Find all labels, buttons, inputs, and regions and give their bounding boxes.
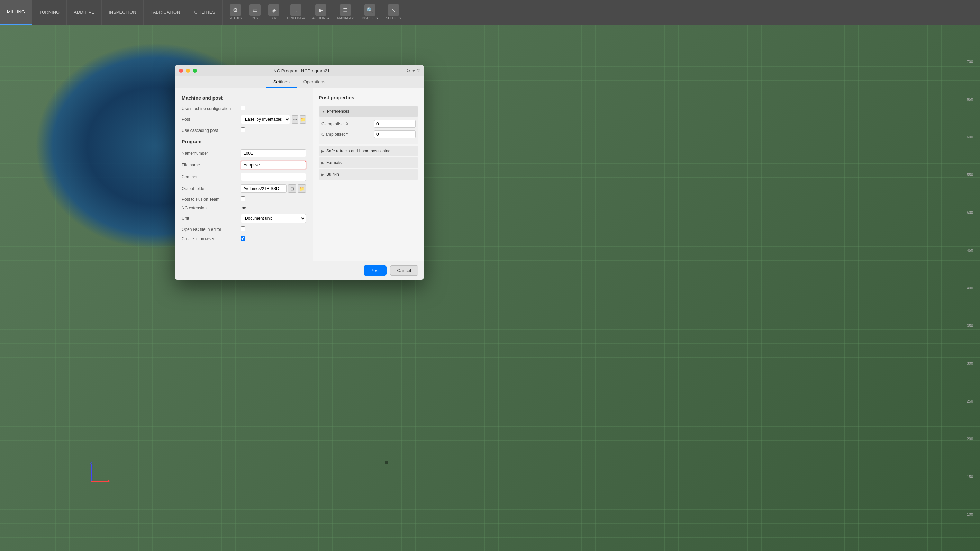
formats-header[interactable]: ▶ Formats — [319, 158, 418, 168]
program-title: Program — [182, 139, 306, 144]
post-to-fusion-row: Post to Fusion Team — [182, 196, 306, 202]
formats-label: Formats — [326, 160, 342, 165]
post-select[interactable]: Easel by Inventables / eas — [240, 115, 290, 124]
name-number-row: Name/number — [182, 149, 306, 158]
formats-chevron-icon: ▶ — [321, 161, 324, 165]
2d-label: 2D▾ — [252, 16, 258, 20]
help-icon[interactable]: ? — [417, 68, 420, 73]
chevron-down-icon[interactable]: ▾ — [412, 68, 415, 73]
output-folder-browse-icon[interactable]: ⊞ — [288, 185, 296, 193]
output-folder-open-icon[interactable]: 📁 — [298, 185, 306, 193]
3d-icon: ◈ — [268, 5, 279, 16]
tab-fabrication[interactable]: FABRICATION — [143, 0, 188, 25]
actions-icon: ▶ — [315, 5, 326, 16]
unit-label: Unit — [182, 216, 237, 221]
select-label: SELECT▾ — [386, 16, 401, 20]
tab-additive[interactable]: ADDITIVE — [67, 0, 102, 25]
actions-label: ACTIONS▾ — [312, 16, 329, 20]
use-cascading-checkbox[interactable] — [240, 127, 245, 132]
name-number-control — [240, 149, 306, 158]
actions-group[interactable]: ▶ ACTIONS▾ — [310, 3, 332, 21]
inspect-icon: 🔍 — [364, 5, 375, 16]
post-control: Easel by Inventables / eas ✏ 📁 — [240, 115, 306, 124]
clamp-offset-y-label: Clamp offset Y — [321, 132, 371, 137]
minimize-button[interactable] — [186, 68, 190, 73]
create-browser-checkbox[interactable] — [240, 236, 245, 240]
post-button[interactable]: Post — [364, 266, 387, 276]
nc-program-dialog: NC Program: NCProgram21 ↻ ▾ ? Settings O… — [175, 65, 424, 280]
built-in-header[interactable]: ▶ Built-in — [319, 169, 418, 180]
dialog-titlebar: NC Program: NCProgram21 ↻ ▾ ? — [175, 65, 424, 76]
drilling-group[interactable]: ↓ DRILLING▾ — [284, 3, 307, 21]
post-props-more-button[interactable]: ⋮ — [409, 94, 418, 101]
tab-milling[interactable]: MILLING — [0, 0, 32, 25]
dialog-footer: Post Cancel — [175, 261, 424, 280]
refresh-icon[interactable]: ↻ — [406, 68, 410, 73]
inspect-group[interactable]: 🔍 INSPECT▾ — [358, 3, 381, 21]
3d-group[interactable]: ◈ 3D▾ — [266, 3, 282, 21]
dialog-left-panel: Machine and post Use machine configurati… — [175, 88, 313, 261]
preferences-header[interactable]: ▼ Preferences — [319, 106, 418, 117]
safe-retracts-label: Safe retracts and home positioning — [326, 148, 390, 153]
post-edit-icon[interactable]: ✏ — [292, 115, 298, 124]
use-machine-config-label: Use machine configuration — [182, 106, 237, 111]
2d-group[interactable]: ▭ 2D▾ — [247, 3, 263, 21]
maximize-button[interactable] — [193, 68, 197, 73]
open-nc-row: Open NC file in editor — [182, 226, 306, 232]
output-folder-input[interactable] — [240, 185, 286, 193]
unit-row: Unit Document unitmminches — [182, 214, 306, 223]
clamp-offset-y-input[interactable] — [374, 131, 415, 138]
viewport[interactable]: Z X 700 650 600 550 500 450 400 350 300 … — [0, 25, 980, 551]
post-folder-icon[interactable]: 📁 — [300, 115, 306, 124]
create-browser-control — [240, 236, 306, 242]
2d-icon: ▭ — [250, 5, 261, 16]
post-label: Post — [182, 117, 237, 122]
3d-label: 3D▾ — [271, 16, 277, 20]
file-name-input[interactable] — [240, 161, 306, 169]
built-in-label: Built-in — [326, 172, 339, 177]
use-machine-config-checkbox[interactable] — [240, 105, 245, 110]
close-button[interactable] — [179, 68, 183, 73]
post-props-title: Post properties ⋮ — [319, 94, 418, 101]
clamp-offset-x-row: Clamp offset X — [321, 120, 415, 128]
toolbar: MILLING TURNING ADDITIVE INSPECTION FABR… — [0, 0, 980, 25]
inspect-label: INSPECT▾ — [361, 16, 378, 20]
post-to-fusion-label: Post to Fusion Team — [182, 197, 237, 202]
clamp-offset-x-label: Clamp offset X — [321, 121, 371, 126]
post-to-fusion-checkbox[interactable] — [240, 196, 245, 201]
name-number-input[interactable] — [240, 149, 306, 158]
built-in-chevron-icon: ▶ — [321, 173, 324, 177]
tab-inspection[interactable]: INSPECTION — [102, 0, 143, 25]
open-nc-label: Open NC file in editor — [182, 227, 237, 232]
safe-retracts-header[interactable]: ▶ Safe retracts and home positioning — [319, 146, 418, 156]
select-group[interactable]: ↖ SELECT▾ — [383, 3, 404, 21]
open-nc-checkbox[interactable] — [240, 226, 245, 231]
drilling-label: DRILLING▾ — [287, 16, 304, 20]
dialog-title: NC Program: NCProgram21 — [200, 68, 404, 73]
comment-input[interactable] — [240, 173, 306, 181]
preferences-chevron-icon: ▼ — [321, 110, 325, 113]
tab-utilities[interactable]: UTILITIES — [187, 0, 223, 25]
nc-extension-value: .nc — [240, 205, 306, 210]
comment-control — [240, 173, 306, 181]
program-section: Program Name/number File name — [182, 139, 306, 242]
use-cascading-label: Use cascading post — [182, 128, 237, 133]
comment-row: Comment — [182, 173, 306, 181]
tab-turning[interactable]: TURNING — [32, 0, 67, 25]
file-name-row: File name — [182, 161, 306, 169]
dialog-tabs: Settings Operations — [175, 76, 424, 88]
cancel-button[interactable]: Cancel — [390, 266, 418, 276]
tab-operations[interactable]: Operations — [297, 76, 332, 88]
dialog-right-panel: Post properties ⋮ ▼ Preferences Clamp of… — [313, 88, 424, 261]
name-number-label: Name/number — [182, 151, 237, 156]
manage-group[interactable]: ☰ MANAGE▾ — [334, 3, 356, 21]
drilling-icon: ↓ — [290, 5, 301, 16]
safe-retracts-chevron-icon: ▶ — [321, 149, 324, 153]
setup-label: SETUP▾ — [229, 16, 242, 20]
clamp-offset-x-input[interactable] — [374, 120, 415, 128]
comment-label: Comment — [182, 174, 237, 179]
setup-group[interactable]: ⚙ SETUP▾ — [226, 3, 245, 21]
tab-settings[interactable]: Settings — [266, 76, 297, 88]
nc-extension-label: NC extension — [182, 205, 237, 210]
unit-select[interactable]: Document unitmminches — [240, 214, 306, 223]
